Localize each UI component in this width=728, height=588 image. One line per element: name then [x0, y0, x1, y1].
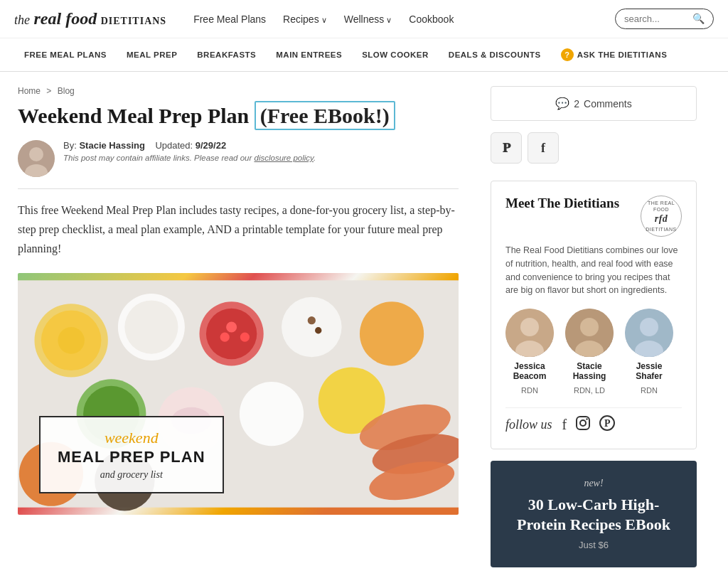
instagram-follow-button[interactable]	[575, 415, 591, 434]
meet-card-description: The Real Food Dietitians combines our lo…	[505, 244, 682, 297]
svg-point-9	[206, 308, 257, 358]
pinterest-icon: 𝐏	[503, 141, 510, 156]
nav-cookbook[interactable]: Cookbook	[403, 11, 459, 28]
meet-card-header: Meet The Dietitians THE REAL FOOD rfd DI…	[505, 196, 682, 237]
svg-point-33	[580, 318, 599, 336]
article-intro: This free Weekend Meal Prep Plan include…	[18, 201, 459, 259]
article-image: weekend MEAL PREP PLAN and grocery list	[18, 273, 459, 515]
subnav-meal-prep[interactable]: MEAL PREP	[117, 41, 187, 69]
image-overlay: weekend MEAL PREP PLAN and grocery list	[39, 416, 224, 493]
nav-wellness[interactable]: Wellness	[338, 11, 398, 28]
comments-bar[interactable]: 💬 2 Comments	[491, 86, 697, 121]
article-title-highlight: (Free EBook!)	[255, 101, 395, 130]
disclosure-text: This post may contain affiliate links. P…	[63, 154, 316, 162]
ebook-title: 30 Low-Carb High-Protein Recipes EBook	[505, 495, 682, 535]
updated-label: Updated:	[155, 140, 193, 151]
author-info: By: Stacie Hassing Updated: 9/29/22 This…	[63, 140, 316, 162]
svg-point-25	[220, 332, 230, 341]
search-box[interactable]: 🔍	[615, 9, 714, 29]
overlay-subtitle: and grocery list	[58, 469, 205, 481]
ebook-promo-card[interactable]: new! 30 Low-Carb High-Protein Recipes EB…	[491, 461, 697, 567]
logo-the: the	[14, 13, 30, 27]
overlay-title: MEAL PREP PLAN	[58, 449, 205, 466]
article-title-main: Weekend Meal Prep Plan	[18, 104, 249, 127]
subnav-deals-discounts[interactable]: DEALS & DISCOUNTS	[439, 41, 551, 69]
svg-point-23	[226, 321, 237, 332]
dietitian-jessica-name: JessicaBeacom	[513, 361, 547, 382]
stacie-avatar-svg	[565, 309, 614, 357]
dietitians-row: JessicaBeacom RDN StacieHassing RDN, LD	[505, 309, 682, 395]
svg-point-27	[308, 316, 316, 324]
disclosure-link[interactable]: disclosure policy	[254, 154, 314, 162]
subnav-slow-cooker[interactable]: SLOW COOKER	[352, 41, 439, 69]
search-input[interactable]	[624, 14, 688, 24]
breadcrumb: Home > Blog	[18, 86, 459, 96]
nav-recipes[interactable]: Recipes	[277, 11, 333, 28]
main-layout: Home > Blog Weekend Meal Prep Plan (Free…	[0, 72, 728, 582]
pinterest-icon: P	[599, 415, 615, 431]
svg-text:P: P	[604, 418, 611, 429]
pinterest-follow-button[interactable]: P	[599, 415, 615, 434]
sidebar: 💬 2 Comments 𝐏 f Meet The Dietitians THE…	[476, 72, 711, 582]
site-header: the real food DIETITIANS Free Meal Plans…	[0, 0, 728, 38]
jessica-avatar-svg	[505, 309, 554, 357]
social-buttons: 𝐏 f	[491, 132, 697, 164]
breadcrumb-blog[interactable]: Blog	[58, 86, 75, 96]
nav-free-meal-plans[interactable]: Free Meal Plans	[188, 11, 272, 28]
svg-point-11	[360, 301, 424, 365]
dietitian-stacie-title: RDN, LD	[574, 386, 605, 395]
main-nav: Free Meal Plans Recipes Wellness Cookboo…	[188, 11, 594, 28]
ebook-price: Just $6	[505, 540, 682, 550]
dietitian-stacie: StacieHassing RDN, LD	[565, 309, 614, 395]
subnav-breakfasts[interactable]: BREAKFASTS	[187, 41, 266, 69]
author-name-text: Stacie Hassing	[79, 140, 145, 151]
subnav-main-entrees[interactable]: MAIN ENTREES	[266, 41, 352, 69]
site-logo[interactable]: the real food DIETITIANS	[14, 9, 166, 28]
svg-point-24	[240, 332, 250, 341]
ask-icon: ?	[561, 48, 574, 61]
dietitian-jessica: JessicaBeacom RDN	[505, 309, 554, 395]
dietitian-jessica-title: RDN	[521, 386, 538, 395]
facebook-follow-button[interactable]: f	[562, 417, 567, 433]
updated-date: 9/29/22	[196, 140, 226, 151]
dietitian-stacie-avatar	[565, 309, 614, 357]
instagram-icon	[575, 415, 591, 431]
by-label: By:	[63, 140, 77, 151]
author-name: By: Stacie Hassing Updated: 9/29/22	[63, 140, 316, 151]
search-icon: 🔍	[692, 13, 705, 25]
badge-mid: rfd	[655, 213, 668, 225]
content-area: Home > Blog Weekend Meal Prep Plan (Free…	[0, 72, 476, 582]
comments-label: Comments	[584, 98, 632, 109]
svg-point-7	[124, 300, 178, 353]
overlay-weekend: weekend	[58, 429, 205, 447]
svg-point-15	[240, 382, 304, 446]
breadcrumb-separator: >	[46, 86, 51, 96]
jessie-avatar-svg	[625, 309, 673, 357]
logo-real-food: real food	[34, 9, 97, 28]
follow-icons: f P	[562, 415, 616, 434]
dietitian-jessie-avatar	[625, 309, 673, 357]
follow-us-label: follow us	[505, 417, 552, 432]
badge-top: THE REAL FOOD	[641, 200, 681, 213]
badge-bottom: DIETITIANS	[646, 226, 677, 232]
svg-point-39	[580, 420, 586, 426]
svg-point-30	[520, 318, 539, 336]
subnav-ask-label: Ask The Dietitians	[577, 50, 668, 59]
dietitian-jessie-name: JessieShafer	[636, 361, 662, 382]
subnav-free-meal-plans[interactable]: FREE MEAL PLANS	[14, 41, 117, 69]
logo-dietitians: DIETITIANS	[101, 16, 166, 26]
subnav-ask-dietitians[interactable]: ? Ask The Dietitians	[551, 38, 678, 71]
svg-point-10	[282, 296, 342, 357]
svg-point-40	[586, 418, 587, 419]
dietitian-jessie: JessieShafer RDN	[625, 309, 673, 395]
breadcrumb-home[interactable]: Home	[18, 86, 41, 96]
dietitian-stacie-name: StacieHassing	[573, 361, 606, 382]
svg-point-28	[315, 327, 321, 333]
facebook-button[interactable]: f	[528, 132, 559, 164]
author-section: By: Stacie Hassing Updated: 9/29/22 This…	[18, 140, 459, 189]
pinterest-button[interactable]: 𝐏	[491, 132, 522, 164]
facebook-icon: f	[541, 141, 545, 156]
meet-card-title: Meet The Dietitians	[505, 196, 619, 211]
svg-point-22	[58, 327, 85, 354]
rfd-badge: THE REAL FOOD rfd DIETITIANS	[641, 196, 682, 237]
